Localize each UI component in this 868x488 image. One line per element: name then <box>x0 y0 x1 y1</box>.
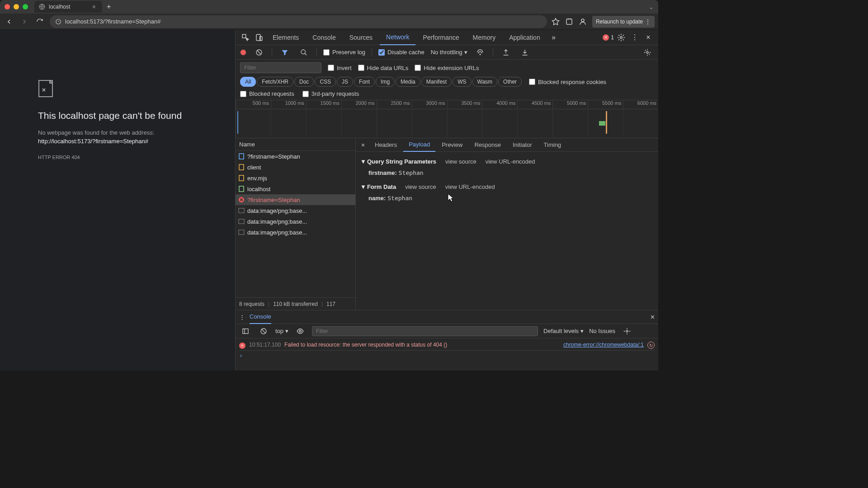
type-other[interactable]: Other <box>498 77 522 87</box>
record-button[interactable] <box>240 49 246 56</box>
close-devtools-button[interactable]: × <box>642 31 655 44</box>
request-row[interactable]: ?firstname=Stephan <box>236 194 355 205</box>
settings-icon[interactable] <box>615 31 627 44</box>
request-row[interactable]: data:image/png;base... <box>236 227 355 238</box>
console-levels-select[interactable]: Default levels▾ <box>543 328 584 334</box>
new-tab-button[interactable]: + <box>102 3 115 11</box>
qsp-entry: firstname:Stephan <box>360 168 654 181</box>
site-info-icon[interactable] <box>55 19 61 25</box>
detail-tab-response[interactable]: Response <box>469 138 506 152</box>
type-js[interactable]: JS <box>337 77 353 87</box>
type-media[interactable]: Media <box>396 77 420 87</box>
type-all[interactable]: All <box>240 77 256 87</box>
clear-button[interactable] <box>253 46 265 59</box>
relaunch-button[interactable]: Relaunch to update⋮ <box>592 16 655 28</box>
filter-icon[interactable] <box>278 46 291 59</box>
type-css[interactable]: CSS <box>315 77 336 87</box>
type-ws[interactable]: WS <box>453 77 471 87</box>
console-filter-input[interactable] <box>312 326 538 336</box>
type-font[interactable]: Font <box>354 77 375 87</box>
type-fetch[interactable]: Fetch/XHR <box>257 77 293 87</box>
tab-memory[interactable]: Memory <box>467 30 502 45</box>
request-row[interactable]: ?firstname=Stephan <box>236 151 355 162</box>
profile-icon[interactable] <box>579 18 587 26</box>
log-source-link[interactable]: chrome-error://chromewebdata/:1 <box>563 342 644 348</box>
console-settings-icon[interactable] <box>621 325 633 338</box>
type-doc[interactable]: Doc <box>294 77 314 87</box>
hide-extension-urls-checkbox[interactable]: Hide extension URLs <box>415 65 479 71</box>
extensions-icon[interactable] <box>565 18 573 26</box>
qsp-view-url[interactable]: view URL-encoded <box>486 158 535 165</box>
form-section-title[interactable]: ▼Form Data <box>360 183 396 190</box>
drawer-menu-icon[interactable]: ⋮ <box>239 314 245 320</box>
throttling-select[interactable]: No throttling▾ <box>431 49 467 56</box>
type-manifest[interactable]: Manifest <box>421 77 452 87</box>
hide-data-urls-checkbox[interactable]: Hide data URLs <box>358 65 409 71</box>
expand-icon[interactable]: ⌄ <box>649 4 654 10</box>
search-icon[interactable] <box>297 46 310 59</box>
type-wasm[interactable]: Wasm <box>472 77 498 87</box>
back-button[interactable] <box>4 16 14 27</box>
tab-application[interactable]: Application <box>503 30 547 45</box>
qsp-section-title[interactable]: ▼Query String Parameters <box>360 158 436 165</box>
error-count-badge[interactable]: ✕1 <box>603 34 614 41</box>
tab-network[interactable]: Network <box>380 30 415 45</box>
detail-tab-preview[interactable]: Preview <box>436 138 468 152</box>
preserve-log-checkbox[interactable]: Preserve log <box>323 49 365 56</box>
forward-button[interactable] <box>19 16 30 27</box>
close-tab-button[interactable]: × <box>90 3 98 10</box>
form-view-source[interactable]: view source <box>405 183 436 190</box>
inspect-icon[interactable] <box>239 31 252 44</box>
invert-checkbox[interactable]: Invert <box>328 65 352 71</box>
network-conditions-icon[interactable] <box>474 46 486 59</box>
qsp-view-source[interactable]: view source <box>445 158 476 165</box>
reload-button[interactable] <box>34 16 45 27</box>
console-prompt[interactable]: › <box>239 351 655 361</box>
maximize-window-button[interactable] <box>23 4 28 9</box>
upload-icon[interactable] <box>500 46 512 59</box>
blocked-requests-checkbox[interactable]: Blocked requests <box>240 90 294 97</box>
close-window-button[interactable] <box>5 4 10 9</box>
close-detail-button[interactable]: × <box>358 141 368 149</box>
network-settings-icon[interactable] <box>641 46 654 59</box>
console-scope-select[interactable]: top▾ <box>275 328 288 334</box>
tab-performance[interactable]: Performance <box>416 30 465 45</box>
tab-sources[interactable]: Sources <box>343 30 379 45</box>
close-drawer-button[interactable]: × <box>651 313 655 321</box>
tab-console[interactable]: Console <box>306 30 342 45</box>
address-bar[interactable]: localhost:5173/?firstname=Stephan# <box>50 15 547 28</box>
console-log-row[interactable]: ✕ 10:51:17.100 Failed to load resource: … <box>239 340 655 351</box>
request-row[interactable]: localhost <box>236 183 355 194</box>
request-row[interactable]: client <box>236 162 355 173</box>
console-clear-button[interactable] <box>257 325 270 338</box>
request-row[interactable]: env.mjs <box>236 173 355 183</box>
waterfall-overview[interactable]: 500 ms1000 ms1500 ms2000 ms2500 ms3000 m… <box>236 100 658 138</box>
download-icon[interactable] <box>519 46 531 59</box>
bookmark-icon[interactable] <box>552 18 560 26</box>
detail-tab-timing[interactable]: Timing <box>538 138 567 152</box>
browser-tab[interactable]: localhost × <box>34 1 102 13</box>
request-row[interactable]: data:image/png;base... <box>236 205 355 216</box>
filter-input[interactable] <box>240 62 321 73</box>
detail-tab-initiator[interactable]: Initiator <box>507 138 538 152</box>
console-sidebar-icon[interactable] <box>239 325 252 338</box>
copy-icon[interactable]: ↻ <box>647 342 655 349</box>
drawer-tab-console[interactable]: Console <box>250 310 271 324</box>
detail-tab-payload[interactable]: Payload <box>403 138 435 152</box>
blocked-cookies-checkbox[interactable]: Blocked response cookies <box>529 79 606 85</box>
request-list-header[interactable]: Name <box>236 138 355 151</box>
console-issues[interactable]: No Issues <box>589 328 615 334</box>
disable-cache-checkbox[interactable]: Disable cache <box>378 49 425 56</box>
request-row[interactable]: data:image/png;base... <box>236 216 355 227</box>
live-expression-icon[interactable] <box>294 325 307 338</box>
tab-elements[interactable]: Elements <box>266 30 305 45</box>
third-party-checkbox[interactable]: 3rd-party requests <box>302 90 359 97</box>
kebab-icon[interactable]: ⋮ <box>628 31 641 44</box>
type-img[interactable]: Img <box>376 77 395 87</box>
devtools-tabs: Elements Console Sources Network Perform… <box>236 30 658 45</box>
device-icon[interactable] <box>253 31 265 44</box>
detail-tab-headers[interactable]: Headers <box>369 138 402 152</box>
more-tabs-icon[interactable]: » <box>547 31 560 44</box>
minimize-window-button[interactable] <box>14 4 19 9</box>
form-view-url[interactable]: view URL-encoded <box>445 183 495 190</box>
